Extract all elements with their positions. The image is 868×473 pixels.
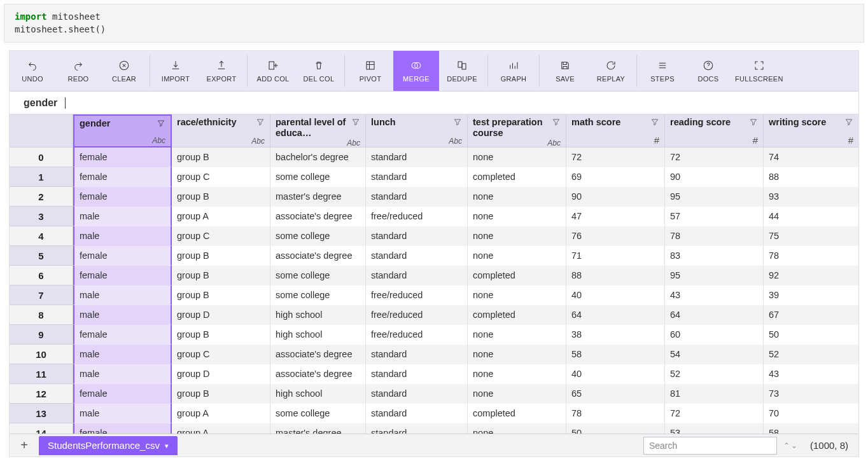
clear-button[interactable]: CLEAR [101, 51, 147, 91]
save-button[interactable]: SAVE [542, 51, 588, 91]
cell[interactable]: 69 [566, 167, 665, 187]
cell[interactable]: free/reduced [366, 325, 468, 345]
cell[interactable]: female [73, 147, 172, 167]
cell[interactable]: 58 [566, 345, 665, 364]
row-header[interactable]: 5 [10, 246, 73, 266]
row-header[interactable]: 9 [10, 325, 73, 345]
cell[interactable]: 39 [764, 285, 858, 305]
column-header[interactable]: genderAbc [73, 114, 172, 147]
cell[interactable]: 72 [665, 147, 764, 167]
cell[interactable]: male [73, 226, 172, 246]
column-header[interactable]: writing score# [764, 114, 858, 147]
merge-button[interactable]: MERGE [393, 51, 439, 91]
cell[interactable]: 95 [665, 187, 764, 207]
cell[interactable]: 90 [566, 187, 665, 207]
cell[interactable]: 52 [665, 364, 764, 384]
row-header[interactable]: 0 [10, 147, 73, 167]
cell[interactable]: male [73, 285, 172, 305]
cell[interactable]: 40 [566, 364, 665, 384]
cell[interactable]: male [73, 404, 172, 423]
cell[interactable]: group D [172, 305, 270, 325]
addcol-button[interactable]: ADD COL [250, 51, 296, 91]
cell[interactable]: female [73, 266, 172, 285]
filter-icon[interactable] [256, 118, 265, 128]
cell[interactable]: completed [468, 266, 566, 285]
cell[interactable]: some college [270, 404, 366, 423]
cell[interactable]: none [468, 285, 566, 305]
cell[interactable]: group A [172, 404, 270, 423]
row-header[interactable]: 7 [10, 285, 73, 305]
cell[interactable]: some college [270, 266, 366, 285]
cell[interactable]: associate's degree [270, 207, 366, 226]
cell[interactable]: 64 [665, 305, 764, 325]
cell[interactable]: 43 [665, 285, 764, 305]
cell[interactable]: male [73, 364, 172, 384]
cell[interactable]: 95 [665, 266, 764, 285]
column-header[interactable]: race/ethnicityAbc [172, 114, 270, 147]
search-nav[interactable]: ⌃ ⌄ [781, 441, 800, 450]
fullscreen-button[interactable]: FULLSCREEN [731, 51, 787, 91]
cell[interactable]: free/reduced [366, 305, 468, 325]
cell[interactable]: standard [366, 147, 468, 167]
cell[interactable]: 88 [566, 266, 665, 285]
cell[interactable]: 76 [566, 226, 665, 246]
cell[interactable]: completed [468, 305, 566, 325]
cell[interactable]: male [73, 207, 172, 226]
delcol-button[interactable]: DEL COL [296, 51, 342, 91]
sheet-tab[interactable]: StudentsPerformance_csv ▾ [39, 436, 178, 455]
filter-icon[interactable] [351, 118, 360, 128]
cell[interactable]: associate's degree [270, 345, 366, 364]
column-header[interactable]: parental level of educa…Abc [270, 114, 366, 147]
pivot-button[interactable]: PIVOT [347, 51, 393, 91]
cell[interactable]: some college [270, 226, 366, 246]
cell[interactable]: 73 [764, 384, 858, 404]
cell[interactable]: male [73, 305, 172, 325]
chevron-down-icon[interactable]: ⌄ [791, 441, 797, 450]
row-header[interactable]: 12 [10, 384, 73, 404]
cell[interactable]: female [73, 423, 172, 434]
row-header[interactable]: 11 [10, 364, 73, 384]
column-header[interactable]: math score# [566, 114, 665, 147]
cell[interactable]: 90 [665, 167, 764, 187]
cell[interactable]: standard [366, 187, 468, 207]
row-header[interactable]: 1 [10, 167, 73, 187]
cell[interactable]: group C [172, 226, 270, 246]
dedupe-button[interactable]: DEDUPE [439, 51, 485, 91]
column-header[interactable]: test preparation courseAbc [468, 114, 566, 147]
cell[interactable]: group B [172, 285, 270, 305]
cell[interactable]: standard [366, 266, 468, 285]
cell[interactable]: master's degree [270, 423, 366, 434]
import-button[interactable]: IMPORT [153, 51, 199, 91]
cell[interactable]: master's degree [270, 187, 366, 207]
cell[interactable]: some college [270, 285, 366, 305]
cell[interactable]: standard [366, 345, 468, 364]
cell[interactable]: 72 [566, 147, 665, 167]
cell[interactable]: 65 [566, 384, 665, 404]
formula-bar[interactable]: gender [10, 92, 858, 114]
cell[interactable]: 72 [665, 404, 764, 423]
replay-button[interactable]: REPLAY [588, 51, 634, 91]
filter-icon[interactable] [552, 118, 561, 128]
cell[interactable]: none [468, 364, 566, 384]
cell[interactable]: none [468, 147, 566, 167]
cell[interactable]: 58 [764, 423, 858, 434]
cell[interactable]: none [468, 325, 566, 345]
search-input[interactable]: Search [643, 437, 777, 455]
cell[interactable]: group B [172, 266, 270, 285]
redo-button[interactable]: REDO [55, 51, 101, 91]
cell[interactable]: 71 [566, 246, 665, 266]
cell[interactable]: 83 [665, 246, 764, 266]
cell[interactable]: group B [172, 325, 270, 345]
cell[interactable]: none [468, 246, 566, 266]
row-header[interactable]: 2 [10, 187, 73, 207]
cell[interactable]: female [73, 246, 172, 266]
add-sheet-button[interactable]: + [13, 437, 35, 455]
row-header[interactable]: 6 [10, 266, 73, 285]
cell[interactable]: male [73, 345, 172, 364]
cell[interactable]: 78 [665, 226, 764, 246]
cell[interactable]: group B [172, 384, 270, 404]
cell[interactable]: high school [270, 384, 366, 404]
cell[interactable]: female [73, 167, 172, 187]
cell[interactable]: 64 [566, 305, 665, 325]
cell[interactable]: 54 [665, 345, 764, 364]
